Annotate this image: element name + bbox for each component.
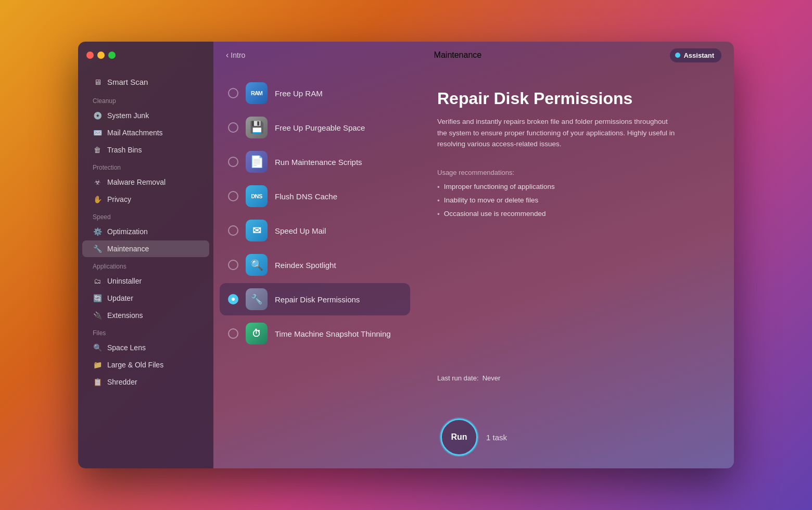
- repair-disk-permissions-label: Repair Disk Permissions: [275, 295, 360, 304]
- usage-title: Usage recommendations:: [437, 169, 713, 176]
- back-label: Intro: [231, 51, 245, 59]
- fullscreen-button[interactable]: [108, 52, 116, 59]
- task-item-free-up-purgeable[interactable]: 💾 Free Up Purgeable Space: [220, 111, 410, 144]
- section-label-cleanup: Cleanup: [78, 92, 213, 107]
- task-radio-run-maintenance-scripts[interactable]: [228, 157, 238, 167]
- traffic-lights: [86, 52, 116, 59]
- maintenance-icon: 🔧: [93, 244, 102, 253]
- assistant-button[interactable]: Assistant: [670, 48, 721, 62]
- speed-up-mail-label: Speed Up Mail: [275, 226, 326, 235]
- sidebar-item-shredder[interactable]: 📋 Shredder: [82, 374, 209, 390]
- sidebar-item-system-junk[interactable]: 💿 System Junk: [82, 107, 209, 124]
- sidebar-item-extensions[interactable]: 🔌 Extensions: [82, 307, 209, 324]
- detail-description: Verifies and instantly repairs broken fi…: [437, 116, 677, 150]
- smart-scan-label: Smart Scan: [107, 78, 148, 86]
- malware-removal-label: Malware Removal: [107, 178, 166, 186]
- usage-section: Usage recommendations: • Improper functi…: [437, 169, 713, 223]
- shredder-icon: 📋: [93, 377, 102, 387]
- app-window: 🖥 Smart Scan Cleanup 💿 System Junk ✉️ Ma…: [78, 42, 734, 468]
- usage-item-2: • Inability to move or delete files: [437, 196, 713, 205]
- sidebar-item-uninstaller[interactable]: 🗂 Uninstaller: [82, 273, 209, 289]
- shredder-label: Shredder: [107, 378, 137, 386]
- task-item-free-up-ram[interactable]: RAM Free Up RAM: [220, 77, 410, 109]
- disk-icon: 🔧: [246, 288, 268, 310]
- run-button[interactable]: Run: [440, 418, 478, 456]
- task-item-reindex-spotlight[interactable]: 🔍 Reindex Spotlight: [220, 249, 410, 281]
- section-label-files: Files: [78, 324, 213, 339]
- back-button[interactable]: ‹ Intro: [226, 50, 245, 60]
- task-radio-speed-up-mail[interactable]: [228, 225, 238, 236]
- mail-icon: ✉: [246, 220, 268, 241]
- task-radio-reindex-spotlight[interactable]: [228, 260, 238, 270]
- sidebar-item-maintenance[interactable]: 🔧 Maintenance: [82, 240, 209, 257]
- task-item-repair-disk-permissions[interactable]: 🔧 Repair Disk Permissions: [220, 283, 410, 315]
- task-item-speed-up-mail[interactable]: ✉ Speed Up Mail: [220, 214, 410, 247]
- spotlight-icon: 🔍: [246, 254, 268, 276]
- usage-dot-2: •: [437, 197, 440, 205]
- sidebar-item-space-lens[interactable]: 🔍 Space Lens: [82, 339, 209, 356]
- reindex-spotlight-label: Reindex Spotlight: [275, 261, 336, 270]
- sidebar-item-mail-attachments[interactable]: ✉️ Mail Attachments: [82, 124, 209, 141]
- last-run-value: Never: [483, 374, 501, 382]
- task-item-time-machine-thinning[interactable]: ⏱ Time Machine Snapshot Thinning: [220, 317, 410, 350]
- usage-item-3-text: Occasional use is recommended: [444, 210, 546, 218]
- dns-icon: DNS: [246, 185, 268, 207]
- section-label-protection: Protection: [78, 159, 213, 173]
- task-item-flush-dns[interactable]: DNS Flush DNS Cache: [220, 180, 410, 212]
- sidebar-item-optimization[interactable]: ⚙️ Optimization: [82, 223, 209, 240]
- free-up-ram-label: Free Up RAM: [275, 89, 323, 98]
- usage-item-3: • Occasional use is recommended: [437, 210, 713, 218]
- main-content: ‹ Intro Maintenance Assistant RAM Free U…: [213, 42, 734, 468]
- free-up-purgeable-label: Free Up Purgeable Space: [275, 123, 365, 132]
- purgeable-icon: 💾: [246, 117, 268, 138]
- malware-removal-icon: ☣: [93, 177, 102, 187]
- time-machine-thinning-label: Time Machine Snapshot Thinning: [275, 329, 391, 338]
- last-run-label: Last run date:: [437, 374, 479, 382]
- task-list: RAM Free Up RAM 💾 Free Up Purgeable Spac…: [213, 69, 416, 410]
- task-radio-repair-disk-permissions[interactable]: [228, 294, 238, 304]
- trash-bins-label: Trash Bins: [107, 146, 142, 154]
- sidebar-item-malware-removal[interactable]: ☣ Malware Removal: [82, 174, 209, 190]
- sidebar: 🖥 Smart Scan Cleanup 💿 System Junk ✉️ Ma…: [78, 42, 213, 468]
- sidebar-item-updater[interactable]: 🔄 Updater: [82, 290, 209, 307]
- extensions-icon: 🔌: [93, 311, 102, 320]
- minimize-button[interactable]: [97, 52, 105, 59]
- close-button[interactable]: [86, 52, 94, 59]
- task-count: 1 task: [486, 433, 507, 442]
- optimization-label: Optimization: [107, 227, 148, 236]
- task-radio-free-up-purgeable[interactable]: [228, 122, 238, 133]
- space-lens-label: Space Lens: [107, 343, 146, 352]
- usage-dot-1: •: [437, 183, 440, 191]
- system-junk-icon: 💿: [93, 111, 102, 120]
- sidebar-item-large-old-files[interactable]: 📁 Large & Old Files: [82, 356, 209, 373]
- header-title: Maintenance: [434, 50, 482, 60]
- updater-label: Updater: [107, 294, 133, 302]
- optimization-icon: ⚙️: [93, 227, 102, 236]
- sidebar-item-smart-scan[interactable]: 🖥 Smart Scan: [82, 73, 209, 90]
- usage-item-1-text: Improper functioning of applications: [444, 183, 555, 190]
- assistant-label: Assistant: [683, 52, 714, 59]
- assistant-dot-icon: [675, 53, 680, 58]
- task-radio-time-machine-thinning[interactable]: [228, 328, 238, 339]
- sidebar-item-privacy[interactable]: ✋ Privacy: [82, 191, 209, 208]
- scripts-icon: 📄: [246, 151, 268, 173]
- titlebar: [78, 42, 213, 69]
- system-junk-label: System Junk: [107, 111, 149, 120]
- large-old-files-label: Large & Old Files: [107, 361, 163, 369]
- privacy-icon: ✋: [93, 195, 102, 204]
- flush-dns-label: Flush DNS Cache: [275, 192, 337, 201]
- task-radio-free-up-ram[interactable]: [228, 88, 238, 98]
- time-machine-icon: ⏱: [246, 323, 268, 345]
- usage-dot-3: •: [437, 210, 440, 218]
- sidebar-item-trash-bins[interactable]: 🗑 Trash Bins: [82, 142, 209, 158]
- run-label: Run: [451, 432, 467, 442]
- mail-attachments-icon: ✉️: [93, 128, 102, 137]
- smart-scan-icon: 🖥: [93, 77, 102, 86]
- back-chevron-icon: ‹: [226, 50, 229, 60]
- sidebar-content: 🖥 Smart Scan Cleanup 💿 System Junk ✉️ Ma…: [78, 69, 213, 458]
- trash-bins-icon: 🗑: [93, 145, 102, 155]
- space-lens-icon: 🔍: [93, 343, 102, 352]
- maintenance-label: Maintenance: [107, 245, 149, 253]
- task-radio-flush-dns[interactable]: [228, 191, 238, 201]
- task-item-run-maintenance-scripts[interactable]: 📄 Run Maintenance Scripts: [220, 146, 410, 178]
